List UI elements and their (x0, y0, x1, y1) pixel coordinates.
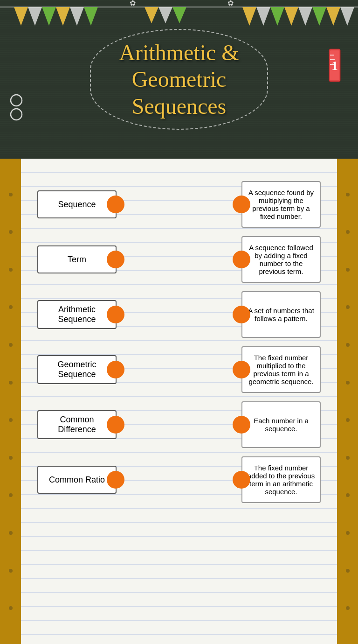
matching-row-common-diff: Common Difference Each number in a seque… (37, 401, 321, 448)
svg-marker-11 (256, 7, 270, 26)
svg-marker-3 (42, 7, 56, 26)
connector-dot-def4-left (233, 361, 250, 378)
right-side-decoration (337, 159, 358, 644)
connector-dot-def2-left (233, 251, 250, 268)
def-card-fixed-add: The fixed number added to the previous t… (241, 456, 321, 503)
matching-row-common-ratio: Common Ratio The fixed number added to t… (37, 456, 321, 503)
main-content: Sequence A sequence found by multiplying… (0, 159, 358, 644)
svg-marker-6 (84, 7, 98, 26)
def-card-wrapper-arithmetic-def: A sequence followed by adding a fixed nu… (241, 236, 321, 283)
svg-marker-15 (312, 7, 326, 26)
term-card-term: Term (37, 245, 117, 273)
svg-marker-10 (242, 7, 256, 26)
svg-marker-5 (70, 7, 84, 26)
def-card-each-number: Each number in a sequence. (241, 401, 321, 448)
def-card-wrapper-set: A set of numbers that follows a pattern. (241, 291, 321, 338)
connector-dot-def6-left (233, 471, 250, 489)
connector-dot-geometric-right (107, 361, 124, 378)
connector-dot-arithmetic-right (107, 306, 124, 323)
connector-dot-def3-left (233, 306, 250, 323)
ruler-icon: 1 (325, 47, 344, 89)
svg-marker-2 (28, 7, 42, 26)
term-card-geometric: Geometric Sequence (37, 355, 117, 384)
connector-dot-def5-left (233, 416, 250, 434)
svg-point-21 (11, 109, 22, 120)
term-card-common-ratio: Common Ratio (37, 466, 117, 494)
svg-marker-17 (340, 7, 354, 26)
loops-icon (7, 93, 26, 126)
svg-marker-12 (270, 7, 284, 26)
svg-marker-9 (172, 7, 186, 23)
matching-row-arithmetic: Arithmetic Sequence A set of numbers tha… (37, 291, 321, 338)
term-card-common-diff: Common Difference (37, 410, 117, 439)
matching-row-geometric: Geometric Sequence The fixed number mult… (37, 346, 321, 393)
def-card-geometric: A sequence found by multiplying the prev… (241, 181, 321, 228)
connector-dot-ratio-right (107, 471, 124, 489)
svg-text:✿: ✿ (130, 0, 136, 7)
svg-marker-13 (284, 7, 298, 26)
term-card-sequence: Sequence (37, 190, 117, 218)
svg-marker-14 (298, 7, 312, 26)
page-title: Arithmetic & Geometric Sequences (119, 39, 239, 120)
def-card-set: A set of numbers that follows a pattern. (241, 291, 321, 338)
svg-marker-8 (158, 7, 172, 23)
svg-point-20 (11, 95, 22, 106)
connector-dot-def1-left (233, 196, 250, 213)
header: ✿ ✿ Arithmetic & Geometric Sequences 1 (0, 0, 358, 159)
svg-marker-7 (145, 7, 158, 23)
left-side-decoration (0, 159, 21, 644)
def-card-fixed-mult: The fixed number multiplied to the previ… (241, 346, 321, 393)
matching-row-term: Term A sequence followed by adding a fix… (37, 236, 321, 283)
svg-marker-4 (56, 7, 70, 26)
svg-marker-1 (14, 7, 28, 26)
connector-dot-diff-right (107, 416, 124, 434)
svg-marker-16 (326, 7, 340, 26)
def-card-arithmetic-def: A sequence followed by adding a fixed nu… (241, 236, 321, 283)
matching-row-sequence: Sequence A sequence found by multiplying… (37, 181, 321, 228)
def-card-wrapper-geometric: A sequence found by multiplying the prev… (241, 181, 321, 228)
def-card-wrapper-fixed-mult: The fixed number multiplied to the previ… (241, 346, 321, 393)
connector-dot-term-right (107, 251, 124, 268)
connector-dot-sequence-right (107, 196, 124, 213)
def-card-wrapper-each-number: Each number in a sequence. (241, 401, 321, 448)
svg-text:1: 1 (331, 58, 338, 73)
def-card-wrapper-fixed-add: The fixed number added to the previous t… (241, 456, 321, 503)
title-badge: Arithmetic & Geometric Sequences (90, 29, 268, 130)
svg-text:✿: ✿ (227, 0, 234, 7)
term-card-arithmetic: Arithmetic Sequence (37, 300, 117, 329)
